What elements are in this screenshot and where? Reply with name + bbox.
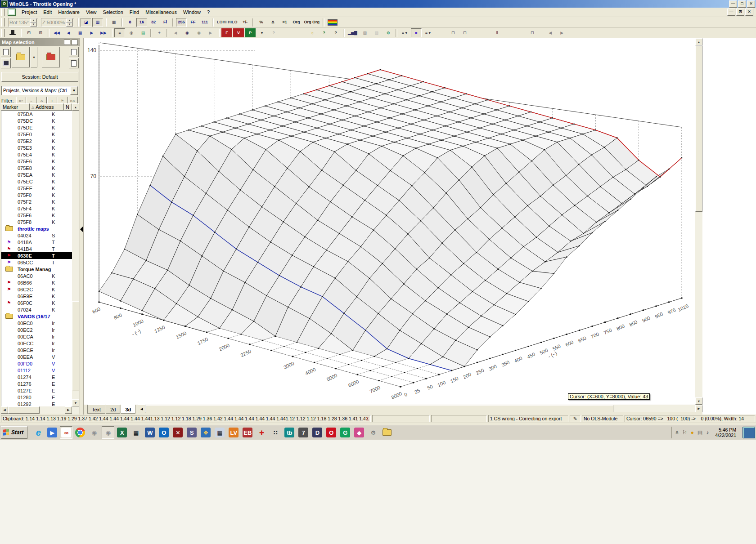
picture-compare-button[interactable]: ▨ [360,28,370,37]
menu-item-window[interactable]: Window [180,9,204,16]
menu-item-project[interactable]: Project [18,9,40,16]
map-list-row[interactable]: 075F6K [1,212,72,218]
column-header-address[interactable]: △Address [30,103,64,111]
map-list-row[interactable]: 075ECK [1,178,72,185]
map-list-row[interactable]: 00EEAV [1,353,72,360]
eprom-chip-icon[interactable]: ▦ [130,426,142,439]
scroll-thumb[interactable] [695,45,702,212]
map-overview-button[interactable]: ▦ [75,28,86,37]
network-icon[interactable]: ▤ [698,429,702,436]
import-data-button[interactable]: ⊕ [383,28,394,37]
map-list-row[interactable]: 075DAK [1,111,72,117]
wizard-hat-button[interactable] [7,28,18,37]
byte-order-button[interactable]: LOHI HILO [216,18,239,27]
map-list-row[interactable]: ⚑065CCT [1,259,72,266]
zoom-stepper[interactable]: Z:50000% ▲▼ [41,18,74,27]
media-player-icon[interactable]: ▶ [46,426,58,439]
designer-app-icon[interactable]: ◆ [353,426,365,439]
map-list-row[interactable]: 00EC2Ir [1,326,72,333]
precision-16bit-button[interactable]: 16 [136,18,147,27]
dominoes-icon[interactable]: ∷ [269,426,282,439]
ie-icon[interactable]: e [32,426,45,439]
search-forward-button[interactable]: ▶ [205,28,216,37]
map-list-row[interactable]: 01280E [1,394,72,401]
original-view-button[interactable]: Org [291,18,302,27]
excel-icon[interactable]: X [116,426,128,439]
column-header-name[interactable]: N [64,103,72,111]
new-window-button[interactable]: ⊡ [23,28,34,37]
menu-item-miscellaneous[interactable]: Miscellaneous [142,9,180,16]
map-list-row[interactable]: 075E8K [1,165,72,171]
preview-search-button[interactable]: ◎ [126,28,137,37]
map-list-row[interactable]: 04024S [1,232,72,239]
s-app-icon[interactable]: S [185,426,198,439]
explorer-icon[interactable]: ❖ [199,426,212,439]
x-app-icon[interactable]: ✕ [171,426,184,439]
panel-close-button[interactable] [72,40,78,45]
document-vscrollbar[interactable]: ▲ ▼ [695,38,702,405]
map-list-vscrollbar[interactable]: ▲ ▼ [72,103,79,406]
color-scale-button[interactable] [326,18,339,27]
menu-item-find[interactable]: Find [126,9,142,16]
map-list-row[interactable]: 075EAK [1,171,72,178]
projects-button[interactable]: P [245,28,256,37]
precision-float-button[interactable]: Fl [160,18,171,27]
map-list-row[interactable]: 01276E [1,380,72,387]
display-binary-button[interactable]: 111 [199,18,210,27]
map-list-row[interactable]: 06E9EK [1,293,72,299]
previous-map-button[interactable]: ◀ [63,28,74,37]
precision-32bit-button[interactable]: 32 [148,18,159,27]
map-list-row[interactable]: 075E0K [1,131,72,138]
axis-config-button[interactable]: ≡ ▾ [399,28,410,37]
grid-view-button[interactable]: ▦ [108,18,119,27]
outlook-icon[interactable]: O [158,426,170,439]
first-map-button[interactable]: ◀◀ [51,28,62,37]
open-project-dropdown[interactable]: ▼ [31,47,37,67]
session-button[interactable]: Session: Default [1,72,78,82]
tab-scroll-left-icon[interactable]: ◀ [138,405,145,413]
calculator-icon[interactable]: ▦ [213,426,226,439]
zoom-spinner-icons[interactable]: ▲▼ [66,18,73,27]
volume-icon[interactable]: ♪ [706,429,709,436]
map-list-row[interactable]: 075E2K [1,138,72,144]
map-list-row[interactable]: 00ECAIr [1,333,72,340]
clock[interactable]: 5:46 PM 4/22/2021 [715,427,736,438]
chevron-down-icon[interactable]: ▼ [70,86,78,95]
g-app-icon[interactable]: G [339,426,351,439]
search-maps-button[interactable]: ◉ [182,28,193,37]
last-map-button[interactable]: ▶▶ [98,28,109,37]
save-map-button[interactable] [1,58,11,68]
panel-splitter[interactable] [80,38,84,415]
map-list-row[interactable]: ⚑06F0CK [1,299,72,306]
connect-device-button[interactable]: ✦ [154,28,165,37]
word-icon[interactable]: W [144,426,156,439]
map-list-row[interactable]: 075F0K [1,192,72,198]
scroll-right-icon[interactable]: ▶ [65,406,72,414]
tab-text[interactable]: Text [87,405,105,414]
import-file-button[interactable] [42,47,60,67]
map-list-row[interactable]: ⚑041B4T [1,245,72,252]
map-list-row[interactable]: 07024K [1,306,72,313]
tile-horizontal-button[interactable]: ⊟ [448,28,459,37]
scroll-thumb[interactable] [72,301,79,391]
toolbar-grip[interactable] [1,9,5,16]
tray-expand-icon[interactable]: » [674,431,680,434]
close-button[interactable]: ✕ [747,0,755,8]
scroll-right-icon[interactable]: ▶ [695,405,702,412]
map-list-row[interactable]: 075DEK [1,124,72,131]
display-decimal-button[interactable]: 255 [176,18,187,27]
new-map-button[interactable] [1,47,11,57]
display-hex-button[interactable]: FF [188,18,198,27]
chrome-icon[interactable] [74,426,86,439]
maximize-button[interactable]: □ [738,0,746,8]
map-list-row[interactable]: throttle maps [1,225,72,232]
map-list-hscrollbar[interactable]: ◀ ▶ [1,406,79,414]
menu-item-selection[interactable]: Selection [100,9,126,16]
scroll-up-icon[interactable]: ▲ [695,38,702,45]
tab-2d[interactable]: 2d [106,405,120,414]
rotation-stepper[interactable]: Rot:135° ▲▼ [8,18,38,27]
pause-updates-button[interactable]: ‖ [492,28,503,37]
folder-taskbar-icon[interactable] [381,426,393,439]
difference-view-button[interactable]: Δ [268,18,279,27]
map-list-row[interactable]: 00FD0V [1,360,72,367]
